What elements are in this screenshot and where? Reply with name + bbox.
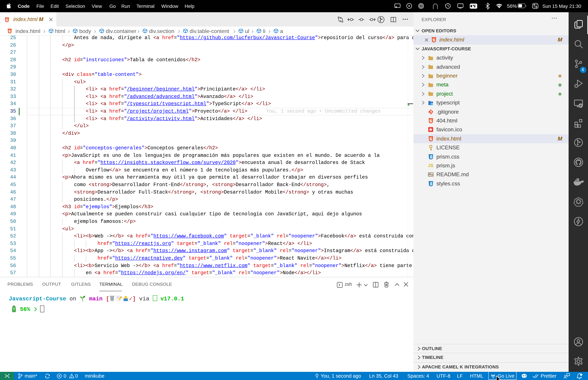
svg-text:TS: TS — [431, 103, 433, 105]
